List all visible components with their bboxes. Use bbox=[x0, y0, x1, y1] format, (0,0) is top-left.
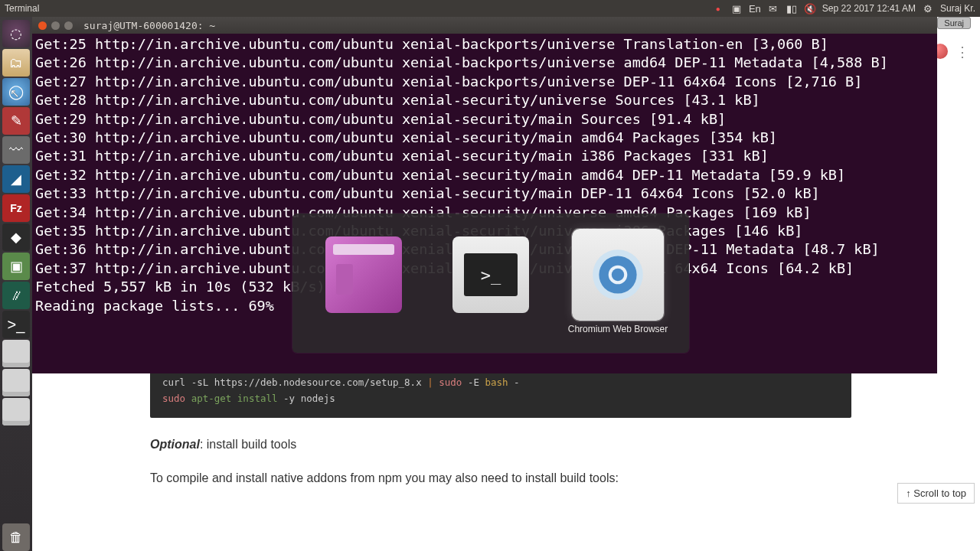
compile-text: To compile and install native addons fro… bbox=[150, 471, 865, 485]
launcher-app-grey[interactable]: 〰 bbox=[2, 136, 30, 164]
launcher-chromium[interactable]: ◯ bbox=[2, 78, 30, 106]
active-app-title: Terminal bbox=[0, 3, 39, 14]
launcher-app-blue[interactable]: ◢ bbox=[2, 165, 30, 193]
chromium-icon bbox=[580, 236, 656, 313]
launcher-app-red[interactable]: ✎ bbox=[2, 107, 30, 135]
terminal-line: Get:28 http://in.archive.ubuntu.com/ubun… bbox=[35, 91, 934, 109]
close-icon[interactable] bbox=[38, 21, 47, 30]
switcher-item-terminal[interactable]: >_ bbox=[438, 229, 544, 341]
switcher-label: Chromium Web Browser bbox=[568, 324, 668, 334]
terminal-line: Get:30 http://in.archive.ubuntu.com/ubun… bbox=[35, 129, 934, 147]
launcher-drive-2[interactable] bbox=[2, 369, 30, 396]
chrome-profile-chip[interactable]: Suraj bbox=[937, 17, 971, 29]
terminal-titlebar[interactable]: suraj@UTM-600001420: ~ bbox=[32, 17, 937, 34]
switcher-item-chromium[interactable]: Chromium Web Browser bbox=[565, 229, 671, 341]
launcher-android-studio[interactable]: ▣ bbox=[2, 253, 30, 280]
session-user[interactable]: Suraj Kr. bbox=[940, 3, 975, 14]
top-panel: Terminal ● ▣ En ✉ ▮▯ 🔇 Sep 22 2017 12:41… bbox=[0, 0, 980, 17]
launcher-terminal[interactable]: >_ bbox=[2, 311, 30, 338]
terminal-line: Get:29 http://in.archive.ubuntu.com/ubun… bbox=[35, 110, 934, 129]
launcher-trash[interactable]: 🗑 bbox=[2, 523, 30, 551]
terminal-line: Get:31 http://in.archive.ubuntu.com/ubun… bbox=[35, 147, 934, 165]
screencast-icon[interactable]: ▣ bbox=[730, 2, 743, 15]
svg-point-3 bbox=[612, 269, 624, 281]
scroll-to-top-button[interactable]: ↑ Scroll to top bbox=[897, 483, 975, 504]
alt-tab-switcher: >_ Chromium Web Browser bbox=[292, 214, 689, 353]
terminal-line: Get:33 http://in.archive.ubuntu.com/ubun… bbox=[35, 184, 934, 203]
record-icon[interactable]: ● bbox=[712, 2, 724, 15]
volume-icon[interactable]: 🔇 bbox=[804, 2, 816, 15]
minimize-icon[interactable] bbox=[51, 21, 60, 30]
maximize-icon[interactable] bbox=[64, 21, 73, 30]
keyboard-icon[interactable]: En bbox=[749, 2, 761, 15]
terminal-line: Get:27 http://in.archive.ubuntu.com/ubun… bbox=[35, 73, 934, 91]
launcher-inkscape[interactable]: ◆ bbox=[2, 223, 30, 251]
kazam-icon bbox=[325, 236, 402, 313]
launcher-system-monitor[interactable]: ⫽ bbox=[2, 282, 30, 309]
chrome-menu-icon[interactable]: ⋮ bbox=[956, 44, 969, 60]
launcher-drive-3[interactable] bbox=[2, 398, 30, 425]
terminal-line: Get:32 http://in.archive.ubuntu.com/ubun… bbox=[35, 166, 934, 184]
launcher-drive-1[interactable] bbox=[2, 340, 30, 367]
launcher-files[interactable]: 🗂 bbox=[2, 49, 30, 77]
battery-icon[interactable]: ▮▯ bbox=[786, 2, 798, 15]
clock[interactable]: Sep 22 2017 12:41 AM bbox=[822, 3, 916, 14]
gear-icon[interactable]: ⚙ bbox=[922, 2, 934, 15]
terminal-line: Get:25 http://in.archive.ubuntu.com/ubun… bbox=[35, 35, 934, 54]
optional-heading: Optional: install build tools bbox=[150, 438, 865, 452]
launcher-ubuntu-dash[interactable]: ◌ bbox=[2, 20, 30, 47]
unity-launcher: ◌🗂◯✎〰◢Fz◆▣⫽>_🗑 bbox=[0, 17, 32, 551]
mail-icon[interactable]: ✉ bbox=[767, 2, 779, 15]
switcher-item-kazam[interactable] bbox=[311, 229, 416, 341]
terminal-icon: >_ bbox=[452, 236, 529, 313]
terminal-title: suraj@UTM-600001420: ~ bbox=[83, 20, 215, 31]
launcher-filezilla[interactable]: Fz bbox=[2, 194, 30, 222]
terminal-line: Get:26 http://in.archive.ubuntu.com/ubun… bbox=[35, 54, 934, 72]
